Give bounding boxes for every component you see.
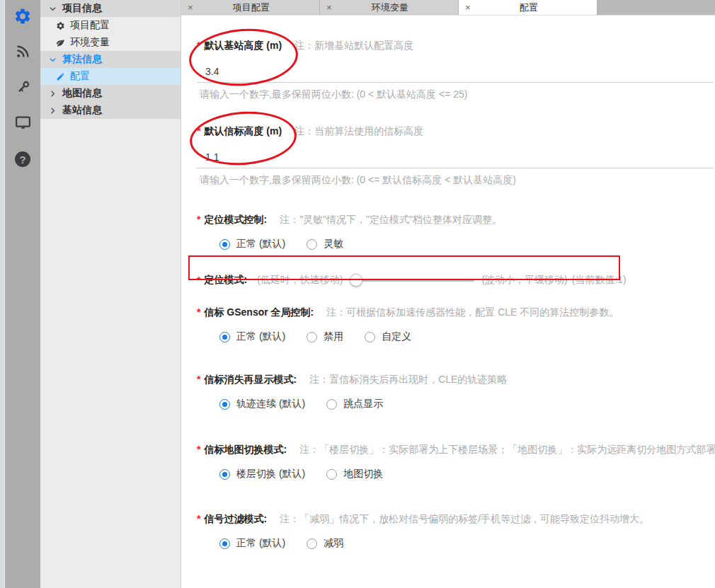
tab-label: 项目配置 xyxy=(193,1,319,14)
tab-label: 配置 xyxy=(471,1,597,14)
tree-group-map-info[interactable]: 地图信息 xyxy=(40,85,181,102)
tree-item-label: 算法信息 xyxy=(62,53,102,66)
radio-icon xyxy=(307,538,317,549)
radio-track-continuous[interactable]: 轨迹连续 (默认) xyxy=(219,398,305,410)
field-hint: 请输入一个数字,最多保留两位小数: (0 < 默认基站高度 <= 25) xyxy=(200,89,714,100)
field-label: 默认基站高度 (m) xyxy=(204,40,282,51)
tree-group-algorithm-info[interactable]: 算法信息 xyxy=(40,51,181,68)
slider-handle[interactable] xyxy=(350,274,362,287)
positioning-mode-slider[interactable] xyxy=(350,274,474,287)
app-window: ? 项目信息 项目配置 环境变量 算法信息 xyxy=(0,0,715,588)
radio-label: 楼层切换 (默认) xyxy=(236,468,305,480)
tree-item-label: 项目信息 xyxy=(62,2,102,15)
key-nav-button[interactable] xyxy=(13,79,32,98)
tree-item-label: 配置 xyxy=(70,70,90,83)
radio-icon xyxy=(219,469,230,480)
tree-item-label: 基站信息 xyxy=(62,104,102,117)
tab-env-vars[interactable]: × 环境变量 xyxy=(320,0,459,15)
tab-project-config[interactable]: × 项目配置 xyxy=(181,0,320,15)
icon-rail: ? xyxy=(5,0,40,588)
field-note: 注：新增基站默认配置高度 xyxy=(294,40,413,51)
broadcast-nav-button[interactable] xyxy=(13,44,32,62)
required-asterisk: * xyxy=(197,40,200,51)
radio-icon xyxy=(219,332,230,342)
field-positioning-mode-control: *定位模式控制:注："灵敏"情况下，"定位模式"档位整体对应调整。 正常 (默认… xyxy=(197,214,714,250)
radio-map-switch[interactable]: 地图切换 xyxy=(326,468,383,480)
question-icon: ? xyxy=(15,151,30,167)
radio-normal-default[interactable]: 正常 (默认) xyxy=(219,537,285,550)
display-nav-button[interactable] xyxy=(13,115,32,133)
tab-config-active[interactable]: × 配置 xyxy=(459,0,597,15)
field-note: 注：「减弱」情况下，放松对信号偏弱的标签/手机等过滤，可能导致定位抖动增大。 xyxy=(280,513,649,524)
field-beacon-reappear-mode: *信标消失再显示模式:注：置信标消失后再出现时，CLE的轨迹策略 轨迹连续 (默… xyxy=(197,374,714,410)
field-label: 信标消失再显示模式: xyxy=(204,374,297,385)
tab-label: 环境变量 xyxy=(332,1,458,14)
help-nav-button[interactable]: ? xyxy=(13,150,32,168)
radio-normal-default[interactable]: 正常 (默认) xyxy=(219,238,285,250)
radio-icon xyxy=(326,469,337,480)
tree-group-project-info[interactable]: 项目信息 xyxy=(40,0,181,17)
field-gsensor-global-control: *信标 GSensor 全局控制:注：可根据信标加速传感器性能，配置 CLE 不… xyxy=(197,307,714,342)
input-underline xyxy=(197,82,714,83)
radio-label: 正常 (默认) xyxy=(236,537,285,550)
base-height-input[interactable]: 3.4 xyxy=(205,67,714,77)
radio-custom[interactable]: 自定义 xyxy=(365,330,411,343)
chevron-down-icon xyxy=(47,54,57,64)
radio-sensitive[interactable]: 灵敏 xyxy=(307,238,343,250)
config-form: *默认基站高度 (m)注：新增基站默认配置高度 3.4 请输入一个数字,最多保留… xyxy=(181,16,715,588)
navigation-tree: 项目信息 项目配置 环境变量 算法信息 配置 xyxy=(40,0,181,588)
input-underline xyxy=(197,168,714,168)
field-label: 信号过滤模式: xyxy=(204,513,267,524)
chevron-right-icon xyxy=(47,88,57,98)
radio-icon xyxy=(307,332,317,342)
monitor-icon xyxy=(14,114,32,134)
radio-weaken[interactable]: 减弱 xyxy=(307,537,343,550)
field-positioning-mode: *定位模式: (低延时，快速移动) (波动小，平缓移动) (当前数值:1) xyxy=(197,270,714,290)
beacon-height-input[interactable]: 1.1 xyxy=(205,152,714,163)
gear-icon xyxy=(13,7,32,28)
field-label: 定位模式: xyxy=(204,274,247,287)
radio-disabled[interactable]: 禁用 xyxy=(307,330,343,343)
close-icon[interactable]: × xyxy=(465,3,471,12)
slider-min-label: (低延时，快速移动) xyxy=(257,274,343,287)
tree-item-label: 项目配置 xyxy=(70,19,110,32)
radio-icon xyxy=(307,239,317,250)
field-default-basestation-height: *默认基站高度 (m)注：新增基站默认配置高度 3.4 请输入一个数字,最多保留… xyxy=(197,40,714,100)
tree-item-env-vars[interactable]: 环境变量 xyxy=(40,34,181,51)
radio-label: 正常 (默认) xyxy=(236,238,285,250)
required-asterisk: * xyxy=(197,513,200,524)
tree-item-config-selected[interactable]: 配置 xyxy=(40,68,181,85)
field-note: 注：可根据信标加速传感器性能，配置 CLE 不同的算法控制参数。 xyxy=(326,306,619,318)
required-asterisk: * xyxy=(197,125,200,137)
radio-label: 减弱 xyxy=(324,537,343,550)
radio-floor-switch[interactable]: 楼层切换 (默认) xyxy=(219,468,305,480)
field-label: 信标 GSensor 全局控制: xyxy=(204,306,314,318)
key-icon xyxy=(14,79,32,99)
tab-bar: × 项目配置 × 环境变量 × 配置 xyxy=(181,0,715,16)
radio-icon xyxy=(219,399,230,410)
settings-nav-button[interactable] xyxy=(13,8,32,27)
radio-label: 跳点显示 xyxy=(343,398,383,410)
field-signal-filter-mode: *信号过滤模式:注：「减弱」情况下，放松对信号偏弱的标签/手机等过滤，可能导致定… xyxy=(197,514,714,549)
tree-item-project-config[interactable]: 项目配置 xyxy=(40,17,181,34)
field-note: 注：当前算法使用的信标高度 xyxy=(294,125,423,137)
close-icon[interactable]: × xyxy=(188,3,193,12)
tree-item-label: 环境变量 xyxy=(70,36,110,49)
radio-label: 禁用 xyxy=(324,330,343,343)
slider-track[interactable] xyxy=(356,279,474,282)
field-note: 注："灵敏"情况下，"定位模式"档位整体对应调整。 xyxy=(280,214,502,225)
slider-current-value: (当前数值:1) xyxy=(572,274,627,287)
radio-icon xyxy=(219,239,230,250)
tree-group-basestation-info[interactable]: 基站信息 xyxy=(40,102,181,119)
required-asterisk: * xyxy=(197,214,200,225)
radio-icon xyxy=(326,399,337,410)
leaf-icon xyxy=(55,38,65,47)
tree-item-label: 地图信息 xyxy=(62,87,102,100)
radio-label: 自定义 xyxy=(382,330,411,343)
radio-normal-default[interactable]: 正常 (默认) xyxy=(219,330,285,343)
required-asterisk: * xyxy=(197,444,200,455)
radio-label: 地图切换 xyxy=(343,468,383,480)
radio-jump-display[interactable]: 跳点显示 xyxy=(326,398,383,410)
field-label: 定位模式控制: xyxy=(204,214,267,225)
close-icon[interactable]: × xyxy=(326,3,332,12)
